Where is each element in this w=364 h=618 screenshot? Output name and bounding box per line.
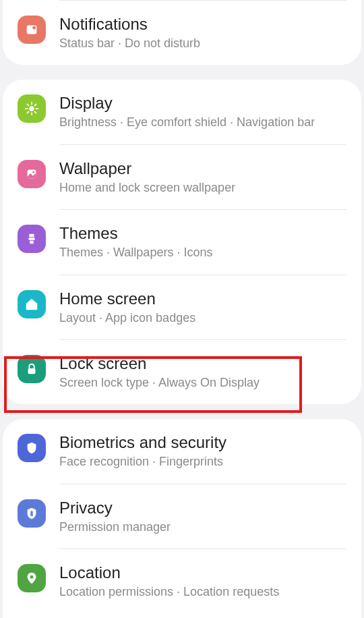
svg-point-19 [30, 575, 34, 579]
settings-item-text: Wallpaper Home and lock screen wallpaper [59, 159, 346, 196]
settings-item-privacy[interactable]: Privacy Permission manager [3, 484, 361, 549]
home-icon [18, 290, 46, 318]
svg-rect-13 [29, 234, 34, 237]
settings-item-text: Themes Themes · Wallpapers · Icons [59, 223, 346, 260]
lock-icon [18, 355, 46, 383]
item-subtitle: Layout · App icon badges [59, 310, 346, 326]
item-subtitle: Permission manager [59, 519, 346, 535]
svg-point-1 [32, 26, 36, 30]
settings-item-text: Lock screen Screen lock type · Always On… [59, 354, 346, 391]
svg-rect-16 [28, 368, 36, 374]
display-icon [18, 94, 46, 123]
settings-item-text: Location Location permissions · Location… [59, 563, 346, 600]
settings-item-biometrics[interactable]: Biometrics and security Face recognition… [3, 419, 361, 483]
svg-line-9 [27, 112, 28, 113]
item-title: Privacy [59, 498, 346, 518]
item-subtitle: Themes · Wallpapers · Icons [59, 245, 346, 260]
svg-rect-14 [28, 237, 34, 240]
item-title: Notifications [59, 14, 346, 34]
item-subtitle: Screen lock type · Always On Display [59, 375, 346, 391]
item-title: Biometrics and security [59, 432, 346, 453]
settings-item-text: Display Brightness · Eye comfort shield … [59, 93, 346, 130]
svg-line-8 [35, 112, 36, 113]
settings-item-location[interactable]: Location Location permissions · Location… [3, 549, 361, 613]
item-title: Themes [59, 223, 346, 244]
settings-item-lock-screen[interactable]: Lock screen Screen lock type · Always On… [3, 340, 361, 404]
item-title: Lock screen [59, 354, 346, 374]
notifications-icon [18, 16, 46, 44]
settings-item-text: Biometrics and security Face recognition… [59, 432, 346, 470]
settings-item-home-screen[interactable]: Home screen Layout · App icon badges [3, 275, 361, 339]
item-subtitle: Status bar · Do not disturb [59, 36, 346, 51]
settings-item-text: Privacy Permission manager [59, 498, 346, 535]
svg-point-12 [32, 171, 34, 173]
settings-item-themes[interactable]: Themes Themes · Wallpapers · Icons [3, 210, 361, 274]
item-subtitle: Home and lock screen wallpaper [59, 180, 346, 196]
svg-line-7 [27, 105, 28, 106]
item-subtitle: Face recognition · Fingerprints [59, 454, 346, 470]
item-subtitle: Location permissions · Location requests [59, 584, 346, 600]
themes-icon [18, 225, 46, 253]
item-title: Location [59, 563, 346, 583]
settings-item-text: Home screen Layout · App icon badges [59, 289, 346, 326]
svg-line-10 [35, 105, 36, 106]
settings-item-notifications[interactable]: Notifications Status bar · Do not distur… [3, 1, 361, 65]
card-connections: Notifications Status bar · Do not distur… [3, 0, 361, 65]
svg-point-2 [29, 107, 34, 111]
settings-item-display[interactable]: Display Brightness · Eye comfort shield … [3, 80, 361, 144]
svg-rect-18 [30, 513, 33, 516]
item-subtitle: Brightness · Eye comfort shield · Naviga… [59, 115, 346, 130]
settings-item-wallpaper[interactable]: Wallpaper Home and lock screen wallpaper [3, 145, 361, 209]
settings-item-text: Notifications Status bar · Do not distur… [59, 14, 346, 51]
card-security: Biometrics and security Face recognition… [3, 419, 361, 618]
shield-icon [18, 434, 46, 462]
svg-rect-15 [30, 241, 34, 244]
item-title: Display [59, 93, 346, 113]
location-icon [18, 564, 46, 592]
card-display: Display Brightness · Eye comfort shield … [3, 80, 361, 404]
item-title: Home screen [59, 289, 346, 309]
privacy-icon [18, 499, 46, 528]
wallpaper-icon [18, 160, 46, 188]
svg-point-17 [30, 511, 33, 513]
item-title: Wallpaper [59, 159, 346, 179]
